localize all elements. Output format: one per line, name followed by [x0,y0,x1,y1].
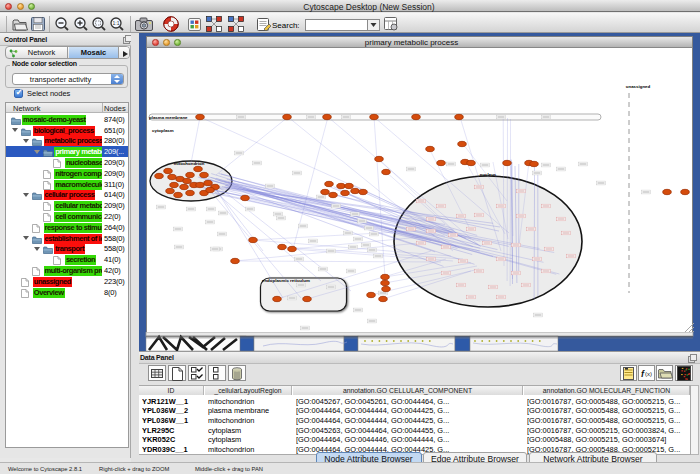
svg-text:mitochondrion: mitochondrion [174,160,205,165]
svg-text:plasma membrane: plasma membrane [149,115,188,120]
svg-text:nucleus: nucleus [480,171,497,176]
svg-text:(x): (x) [645,371,652,377]
svg-text:unassigned: unassigned [626,83,651,88]
svg-text:Search:: Search: [272,21,300,30]
svg-text:1:1: 1:1 [113,20,120,26]
svg-text:cytoplasm: cytoplasm [152,128,174,133]
